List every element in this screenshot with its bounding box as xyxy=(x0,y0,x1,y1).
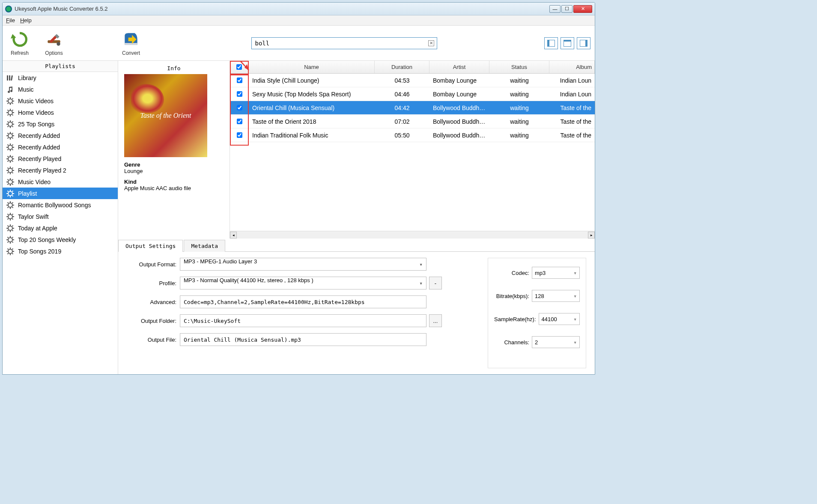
output-folder-input[interactable] xyxy=(180,314,426,327)
sidebar-item[interactable]: Romantic Bollywood Songs xyxy=(3,199,118,211)
sidebar-item[interactable]: 25 Top Songs xyxy=(3,118,118,130)
sidebar-item-label: Music Videos xyxy=(18,98,54,104)
table-row[interactable]: India Style (Chill Lounge) 04:53 Bombay … xyxy=(230,74,595,87)
table-row[interactable]: Taste of the Orient 2018 07:02 Bollywood… xyxy=(230,115,595,128)
output-settings-panel: Output Format: MP3 - MPEG-1 Audio Layer … xyxy=(118,251,595,374)
table-row[interactable]: Oriental Chill (Musica Sensual) 04:42 Bo… xyxy=(230,101,595,115)
convert-button[interactable]: Convert xyxy=(118,30,144,56)
codec-select[interactable]: mp3 xyxy=(532,267,580,279)
svg-line-84 xyxy=(8,195,9,196)
menubar: File Help xyxy=(3,15,595,26)
bitrate-select[interactable]: 128 xyxy=(532,290,580,302)
options-icon xyxy=(45,30,63,48)
row-checkbox[interactable] xyxy=(230,119,249,124)
svg-line-38 xyxy=(12,137,13,138)
codec-label: Codec: xyxy=(512,270,529,276)
svg-line-128 xyxy=(12,253,13,254)
sidebar-item[interactable]: Today at Apple xyxy=(3,222,118,234)
svg-line-130 xyxy=(12,248,13,249)
col-name[interactable]: Name xyxy=(249,61,375,73)
svg-line-121 xyxy=(12,237,13,238)
sidebar-item-label: Music Video xyxy=(18,179,51,185)
sidebar-item[interactable]: Library xyxy=(3,72,118,84)
gear-icon xyxy=(6,143,15,152)
sidebar-item[interactable]: Top 20 Songs Weekly xyxy=(3,234,118,245)
sidebar-item[interactable]: Recently Added xyxy=(3,130,118,141)
sidebar-item-label: Romantic Bollywood Songs xyxy=(18,202,91,209)
col-album[interactable]: Album xyxy=(549,61,595,73)
options-button[interactable]: Options xyxy=(41,30,67,56)
sidebar-item[interactable]: Music Video xyxy=(3,176,118,188)
sidebar-item[interactable]: Recently Played xyxy=(3,153,118,164)
cell-name: Oriental Chill (Musica Sensual) xyxy=(249,104,375,111)
cell-artist: Bombay Lounge xyxy=(429,77,489,84)
advanced-input[interactable] xyxy=(180,295,426,308)
table-row[interactable]: Sexy Music (Top Models Spa Resort) 04:46… xyxy=(230,87,595,101)
gear-icon xyxy=(6,166,15,175)
svg-line-119 xyxy=(12,242,13,242)
tab-output-settings[interactable]: Output Settings xyxy=(118,240,183,252)
sidebar-item[interactable]: Top Songs 2019 xyxy=(3,245,118,257)
svg-point-95 xyxy=(8,215,12,219)
col-status[interactable]: Status xyxy=(489,61,549,73)
refresh-button[interactable]: Refresh xyxy=(7,30,33,56)
col-artist[interactable]: Artist xyxy=(429,61,489,73)
svg-line-83 xyxy=(12,195,13,196)
cell-status: waiting xyxy=(489,91,549,98)
search-input[interactable] xyxy=(251,37,437,49)
svg-line-65 xyxy=(12,172,13,173)
sidebar-item[interactable]: Music Videos xyxy=(3,95,118,107)
table-row[interactable]: Indian Traditional Folk Music 05:50 Boll… xyxy=(230,128,595,142)
row-checkbox[interactable] xyxy=(230,78,249,83)
sidebar-item[interactable]: Music xyxy=(3,84,118,95)
sidebar-item-label: Home Videos xyxy=(18,109,54,116)
profile-select[interactable]: MP3 - Normal Quality( 44100 Hz, stereo ,… xyxy=(180,277,426,289)
scroll-right-icon[interactable]: ▸ xyxy=(588,232,595,239)
svg-line-74 xyxy=(12,184,13,185)
layout-left-button[interactable] xyxy=(544,37,558,49)
gear-icon xyxy=(6,97,15,105)
svg-point-113 xyxy=(8,238,12,242)
svg-point-5 xyxy=(8,99,12,103)
svg-line-10 xyxy=(8,98,9,99)
samplerate-select[interactable]: 44100 xyxy=(539,313,580,325)
svg-point-1 xyxy=(57,42,60,45)
menu-file[interactable]: File xyxy=(6,17,15,24)
sidebar-item[interactable]: Recently Played 2 xyxy=(3,164,118,176)
sidebar-item[interactable]: Taylor Swift xyxy=(3,211,118,222)
menu-help[interactable]: Help xyxy=(20,17,32,24)
minimize-button[interactable]: — xyxy=(549,5,561,13)
maximize-button[interactable]: ☐ xyxy=(561,5,572,13)
sidebar-item[interactable]: Recently Added xyxy=(3,141,118,153)
hscrollbar[interactable]: ◂ ▸ xyxy=(230,231,595,239)
convert-icon xyxy=(122,30,140,48)
sidebar-item[interactable]: Playlist xyxy=(3,188,118,199)
sidebar-item-label: Taylor Swift xyxy=(18,213,49,220)
layout-right-button[interactable] xyxy=(577,37,590,49)
svg-line-118 xyxy=(8,237,9,238)
sidebar-item[interactable]: Home Videos xyxy=(3,107,118,118)
svg-line-94 xyxy=(12,202,13,203)
row-checkbox[interactable] xyxy=(230,91,249,97)
layout-top-button[interactable] xyxy=(561,37,574,49)
search-clear-icon[interactable]: ✕ xyxy=(428,40,434,46)
profile-remove-button[interactable]: - xyxy=(429,277,442,289)
svg-point-122 xyxy=(8,249,12,253)
close-button[interactable]: ✕ xyxy=(573,5,592,13)
svg-line-28 xyxy=(8,121,9,122)
tab-metadata[interactable]: Metadata xyxy=(184,240,225,252)
output-file-input[interactable] xyxy=(180,333,426,346)
svg-line-67 xyxy=(12,167,13,168)
row-checkbox[interactable] xyxy=(230,105,249,110)
cell-album: Indian Loun xyxy=(549,91,595,98)
col-checkbox[interactable] xyxy=(230,61,249,73)
col-duration[interactable]: Duration xyxy=(375,61,429,73)
svg-line-91 xyxy=(8,202,9,203)
browse-folder-button[interactable]: ... xyxy=(429,314,442,327)
row-checkbox[interactable] xyxy=(230,132,249,138)
scroll-left-icon[interactable]: ◂ xyxy=(230,232,237,239)
channels-select[interactable]: 2 xyxy=(532,336,580,348)
svg-line-64 xyxy=(8,167,9,168)
output-format-select[interactable]: MP3 - MPEG-1 Audio Layer 3 xyxy=(180,258,426,271)
svg-line-58 xyxy=(12,156,13,157)
